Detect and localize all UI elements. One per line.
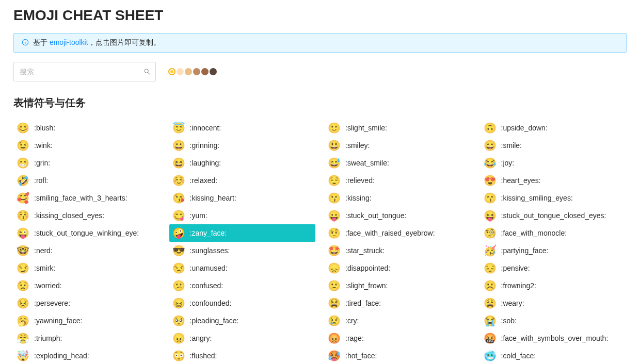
emoji-item[interactable]: 😁:grin: bbox=[13, 154, 160, 172]
emoji-item[interactable]: 😎:sunglasses: bbox=[169, 242, 316, 259]
emoji-code: :heart_eyes: bbox=[501, 176, 541, 185]
emoji-code: :rofl: bbox=[34, 176, 48, 185]
emoji-item[interactable]: 😝:stuck_out_tongue_closed_eyes: bbox=[481, 207, 627, 224]
emoji-item[interactable]: 🥳:partying_face: bbox=[481, 242, 627, 259]
emoji-glyph: 😞 bbox=[328, 263, 339, 273]
emoji-item[interactable]: 🤪:zany_face: bbox=[169, 224, 316, 242]
emoji-item[interactable]: 😳:flushed: bbox=[169, 347, 316, 364]
emoji-glyph: 🤯 bbox=[17, 351, 28, 361]
emoji-glyph: 😤 bbox=[17, 333, 28, 343]
emoji-glyph: 😄 bbox=[484, 140, 495, 151]
emoji-code: :kissing: bbox=[345, 194, 372, 202]
emoji-item[interactable]: 😀:grinning: bbox=[169, 137, 316, 154]
emoji-item[interactable]: 😛:stuck_out_tongue: bbox=[325, 207, 471, 224]
skin-tone-3[interactable] bbox=[193, 68, 200, 75]
emoji-grid: 😊:blush:😇:innocent:🙂:slight_smile:🙃:upsi… bbox=[13, 119, 627, 364]
emoji-item[interactable]: 🙃:upside_down: bbox=[481, 119, 627, 137]
emoji-code: :nerd: bbox=[34, 246, 53, 255]
emoji-item[interactable]: 🤨:face_with_raised_eyebrow: bbox=[325, 224, 471, 242]
emoji-glyph: 😉 bbox=[17, 140, 28, 151]
emoji-item[interactable]: 😊:blush: bbox=[13, 119, 160, 137]
emoji-item[interactable]: 😞:disappointed: bbox=[325, 259, 471, 277]
emoji-item[interactable]: 😂:joy: bbox=[481, 154, 627, 172]
emoji-glyph: 😳 bbox=[172, 351, 184, 361]
emoji-item[interactable]: 😅:sweat_smile: bbox=[325, 154, 471, 172]
emoji-item[interactable]: 😍:heart_eyes: bbox=[481, 172, 627, 189]
emoji-glyph: 😩 bbox=[484, 298, 495, 308]
emoji-item[interactable]: 😫:tired_face: bbox=[325, 294, 471, 312]
emoji-item[interactable]: 😕:confused: bbox=[169, 277, 316, 294]
skin-tone-0[interactable] bbox=[168, 68, 175, 75]
skin-tone-2[interactable] bbox=[185, 68, 192, 75]
emoji-item[interactable]: 😜:stuck_out_tongue_winking_eye: bbox=[13, 224, 160, 242]
emoji-item[interactable]: ☹️:frowning2: bbox=[481, 277, 627, 294]
emoji-glyph: 😍 bbox=[484, 175, 495, 186]
emoji-item[interactable]: 😗:kissing: bbox=[325, 189, 471, 207]
emoji-item[interactable]: 🙂:slight_smile: bbox=[325, 119, 471, 137]
emoji-glyph: 😆 bbox=[172, 158, 184, 168]
skin-tone-1[interactable] bbox=[177, 68, 184, 75]
emoji-item[interactable]: 😚:kissing_closed_eyes: bbox=[13, 207, 160, 224]
skin-tone-4[interactable] bbox=[201, 68, 209, 75]
emoji-glyph: 🥺 bbox=[172, 316, 184, 326]
emoji-item[interactable]: 😠:angry: bbox=[169, 329, 316, 347]
emoji-item[interactable]: 😒:unamused: bbox=[169, 259, 316, 277]
search-input[interactable] bbox=[13, 62, 156, 81]
emoji-item[interactable]: 😙:kissing_smiling_eyes: bbox=[481, 189, 627, 207]
emoji-item[interactable]: 😏:smirk: bbox=[13, 259, 160, 277]
emoji-item[interactable]: 🙁:slight_frown: bbox=[325, 277, 471, 294]
emoji-item[interactable]: 🤓:nerd: bbox=[13, 242, 160, 259]
emoji-item[interactable]: 😔:pensive: bbox=[481, 259, 627, 277]
emoji-item[interactable]: 🥰:smiling_face_with_3_hearts: bbox=[13, 189, 160, 207]
emoji-glyph: 😭 bbox=[484, 316, 495, 326]
emoji-item[interactable]: 🥱:yawning_face: bbox=[13, 312, 160, 329]
toolbar bbox=[13, 62, 627, 81]
emoji-item[interactable]: 😉:wink: bbox=[13, 137, 160, 154]
emoji-item[interactable]: 😟:worried: bbox=[13, 277, 160, 294]
emoji-item[interactable]: 🥵:hot_face: bbox=[325, 347, 471, 364]
emoji-glyph: 🙂 bbox=[328, 123, 339, 133]
emoji-item[interactable]: 🤯:exploding_head: bbox=[13, 347, 160, 364]
emoji-glyph: 😡 bbox=[328, 333, 339, 343]
search-icon[interactable] bbox=[143, 68, 151, 75]
emoji-glyph: 🧐 bbox=[484, 228, 495, 238]
emoji-item[interactable]: 🧐:face_with_monocle: bbox=[481, 224, 627, 242]
emoji-glyph: 🤨 bbox=[328, 228, 339, 238]
emoji-item[interactable]: 😣:persevere: bbox=[13, 294, 160, 312]
emoji-code: :pleading_face: bbox=[190, 317, 239, 325]
emoji-item[interactable]: 😘:kissing_heart: bbox=[169, 189, 316, 207]
emoji-item[interactable]: 😌:relieved: bbox=[325, 172, 471, 189]
emoji-item[interactable]: 🤬:face_with_symbols_over_mouth: bbox=[481, 329, 627, 347]
emoji-code: :pensive: bbox=[501, 264, 530, 272]
emoji-code: :yawning_face: bbox=[34, 317, 82, 325]
emoji-item[interactable]: 😢:cry: bbox=[325, 312, 471, 329]
emoji-item[interactable]: 😇:innocent: bbox=[169, 119, 316, 137]
emoji-code: :face_with_monocle: bbox=[501, 229, 567, 237]
emoji-item[interactable]: 😃:smiley: bbox=[325, 137, 471, 154]
emoji-code: :smiley: bbox=[345, 141, 370, 150]
emoji-glyph: 🥳 bbox=[484, 245, 495, 256]
skin-tone-5[interactable] bbox=[210, 68, 217, 75]
emoji-glyph: 😒 bbox=[172, 263, 184, 273]
emoji-code: :angry: bbox=[190, 334, 212, 342]
emoji-item[interactable]: 🤩:star_struck: bbox=[325, 242, 471, 259]
emoji-code: :sunglasses: bbox=[190, 246, 230, 255]
emoji-code: :triumph: bbox=[34, 334, 62, 342]
emoji-item[interactable]: 😖:confounded: bbox=[169, 294, 316, 312]
emoji-item[interactable]: 😋:yum: bbox=[169, 207, 316, 224]
emoji-glyph: 😀 bbox=[172, 140, 184, 151]
emoji-item[interactable]: 🥺:pleading_face: bbox=[169, 312, 316, 329]
emoji-item[interactable]: 😆:laughing: bbox=[169, 154, 316, 172]
emoji-item[interactable]: ☺️:relaxed: bbox=[169, 172, 316, 189]
emoji-item[interactable]: 😡:rage: bbox=[325, 329, 471, 347]
alert-text: 基于 emoji-toolkit，点击图片即可复制。 bbox=[33, 38, 161, 47]
emoji-item[interactable]: 😄:smile: bbox=[481, 137, 627, 154]
alert-link[interactable]: emoji-toolkit bbox=[50, 38, 88, 46]
emoji-item[interactable]: 🥶:cold_face: bbox=[481, 347, 627, 364]
emoji-item[interactable]: 😭:sob: bbox=[481, 312, 627, 329]
emoji-item[interactable]: 🤣:rofl: bbox=[13, 172, 160, 189]
emoji-code: :star_struck: bbox=[345, 246, 385, 255]
emoji-item[interactable]: 😤:triumph: bbox=[13, 329, 160, 347]
emoji-code: :stuck_out_tongue: bbox=[345, 211, 406, 220]
emoji-item[interactable]: 😩:weary: bbox=[481, 294, 627, 312]
